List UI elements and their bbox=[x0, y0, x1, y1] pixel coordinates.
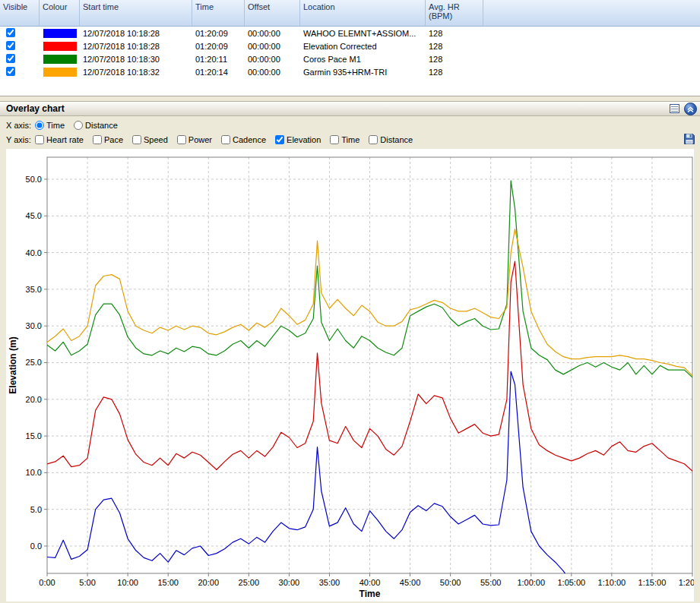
visible-checkbox[interactable] bbox=[6, 41, 15, 50]
svg-text:10:00: 10:00 bbox=[117, 578, 138, 587]
save-chart-icon[interactable] bbox=[683, 133, 695, 145]
column-header-visible[interactable]: Visible bbox=[0, 0, 40, 26]
distance-radio[interactable] bbox=[74, 121, 83, 130]
y-axis-label: Y axis: bbox=[6, 135, 35, 144]
table-header-row: Visible Colour Start time Time Offset Lo… bbox=[0, 0, 700, 27]
column-header-offset[interactable]: Offset bbox=[245, 0, 300, 26]
column-header-avg-hr[interactable]: Avg. HR (BPM) bbox=[426, 0, 483, 26]
distance-checkbox[interactable] bbox=[369, 135, 378, 144]
svg-text:50:00: 50:00 bbox=[440, 578, 461, 587]
column-header-time[interactable]: Time bbox=[192, 0, 245, 26]
svg-text:15.0: 15.0 bbox=[26, 431, 42, 440]
avg-hr-cell: 128 bbox=[426, 29, 483, 38]
checkbox-label: Distance bbox=[380, 135, 413, 144]
location-cell: WAHOO ELEMNT+ASSIOM... bbox=[300, 29, 426, 38]
offset-cell: 00:00:00 bbox=[245, 68, 300, 77]
y-axis-option-power[interactable]: Power bbox=[177, 135, 212, 144]
svg-text:25:00: 25:00 bbox=[239, 578, 260, 587]
checkbox-label: Cadence bbox=[233, 135, 266, 144]
svg-text:45:00: 45:00 bbox=[400, 578, 421, 587]
panel-window-icon[interactable] bbox=[670, 104, 679, 113]
heart-rate-checkbox[interactable] bbox=[35, 135, 44, 144]
svg-text:35.0: 35.0 bbox=[26, 285, 42, 294]
y-axis-option-cadence[interactable]: Cadence bbox=[221, 135, 266, 144]
visible-cell bbox=[0, 54, 40, 65]
checkbox-label: Time bbox=[341, 135, 360, 144]
svg-text:1:20:00: 1:20:00 bbox=[679, 578, 694, 587]
svg-text:20.0: 20.0 bbox=[26, 395, 42, 404]
time-radio[interactable] bbox=[35, 121, 44, 130]
svg-text:55:00: 55:00 bbox=[480, 578, 502, 587]
svg-text:20:00: 20:00 bbox=[198, 578, 219, 587]
offset-cell: 00:00:00 bbox=[245, 42, 300, 51]
location-cell: Garmin 935+HRM-TRI bbox=[300, 68, 426, 77]
svg-text:1:00:00: 1:00:00 bbox=[517, 578, 545, 587]
pace-checkbox[interactable] bbox=[93, 135, 102, 144]
y-axis-option-elevation[interactable]: Elevation bbox=[275, 135, 321, 144]
start-time-cell: 12/07/2018 10:18:28 bbox=[80, 42, 192, 51]
svg-text:1:10:00: 1:10:00 bbox=[598, 578, 626, 587]
offset-cell: 00:00:00 bbox=[245, 55, 300, 64]
y-axis-option-speed[interactable]: Speed bbox=[132, 135, 168, 144]
table-row: 12/07/2018 10:18:32 01:20:14 00:00:00 Ga… bbox=[0, 65, 700, 78]
time-cell: 01:20:09 bbox=[192, 29, 245, 38]
visible-checkbox[interactable] bbox=[6, 67, 15, 76]
table-row: 12/07/2018 10:18:30 01:20:11 00:00:00 Co… bbox=[0, 52, 700, 65]
svg-text:25.0: 25.0 bbox=[26, 358, 42, 367]
app-window: Visible Colour Start time Time Offset Lo… bbox=[0, 0, 700, 603]
radio-label: Distance bbox=[85, 121, 118, 130]
elevation-checkbox[interactable] bbox=[275, 135, 284, 144]
colour-swatch[interactable] bbox=[43, 42, 77, 51]
radio-label: Time bbox=[46, 121, 65, 130]
column-header-start-time[interactable]: Start time bbox=[80, 0, 192, 26]
visible-checkbox[interactable] bbox=[6, 54, 15, 63]
speed-checkbox[interactable] bbox=[132, 135, 141, 144]
x-axis-row: X axis: Time Distance bbox=[0, 118, 700, 132]
checkbox-label: Pace bbox=[104, 135, 123, 144]
x-axis-option-time[interactable]: Time bbox=[35, 121, 65, 130]
colour-cell bbox=[40, 55, 80, 64]
y-axis-option-pace[interactable]: Pace bbox=[93, 135, 123, 144]
visible-cell bbox=[0, 41, 40, 52]
visible-checkbox[interactable] bbox=[6, 28, 15, 37]
svg-text:0:00: 0:00 bbox=[39, 578, 55, 587]
y-axis-option-time[interactable]: Time bbox=[330, 135, 360, 144]
y-axis-option-distance[interactable]: Distance bbox=[369, 135, 413, 144]
chart-controls: X axis: Time Distance Y axis: Heart rate… bbox=[0, 118, 700, 149]
colour-swatch[interactable] bbox=[43, 29, 77, 38]
colour-swatch[interactable] bbox=[43, 55, 77, 64]
cadence-checkbox[interactable] bbox=[221, 135, 230, 144]
column-header-colour[interactable]: Colour bbox=[40, 0, 80, 26]
checkbox-label: Speed bbox=[144, 135, 168, 144]
svg-text:5:00: 5:00 bbox=[79, 578, 95, 587]
svg-text:Time: Time bbox=[360, 589, 381, 599]
panel-title: Overlay chart bbox=[0, 103, 670, 114]
elevation-line-chart: 0.05.010.015.020.025.030.035.040.045.050… bbox=[6, 149, 694, 601]
offset-cell: 00:00:00 bbox=[245, 29, 300, 38]
overlay-chart-panel: 0.05.010.015.020.025.030.035.040.045.050… bbox=[6, 149, 694, 601]
column-header-location[interactable]: Location bbox=[300, 0, 426, 26]
table-row: 12/07/2018 10:18:28 01:20:09 00:00:00 El… bbox=[0, 39, 700, 52]
y-axis-row: Y axis: Heart rate Pace Speed Power Cade… bbox=[0, 132, 700, 147]
visible-cell bbox=[0, 67, 40, 77]
colour-swatch[interactable] bbox=[43, 68, 77, 77]
colour-cell bbox=[40, 29, 80, 38]
activities-table: Visible Colour Start time Time Offset Lo… bbox=[0, 0, 700, 96]
start-time-cell: 12/07/2018 10:18:32 bbox=[80, 68, 192, 77]
time-cell: 01:20:11 bbox=[192, 55, 245, 64]
power-checkbox[interactable] bbox=[177, 135, 186, 144]
y-axis-option-heart-rate[interactable]: Heart rate bbox=[35, 135, 84, 144]
avg-hr-cell: 128 bbox=[426, 55, 483, 64]
colour-cell bbox=[40, 68, 80, 77]
location-cell: Elevation Corrected bbox=[300, 42, 426, 51]
overlay-chart-header: Overlay chart bbox=[0, 101, 700, 116]
time-checkbox[interactable] bbox=[330, 135, 339, 144]
table-row: 12/07/2018 10:18:28 01:20:09 00:00:00 WA… bbox=[0, 27, 700, 39]
visible-cell bbox=[0, 28, 40, 39]
svg-text:30:00: 30:00 bbox=[279, 578, 300, 587]
svg-text:Elevation (m): Elevation (m) bbox=[8, 336, 18, 393]
collapse-panel-button[interactable] bbox=[684, 103, 697, 115]
checkbox-label: Elevation bbox=[287, 135, 321, 144]
x-axis-option-distance[interactable]: Distance bbox=[74, 121, 118, 130]
svg-text:35:00: 35:00 bbox=[319, 578, 340, 587]
